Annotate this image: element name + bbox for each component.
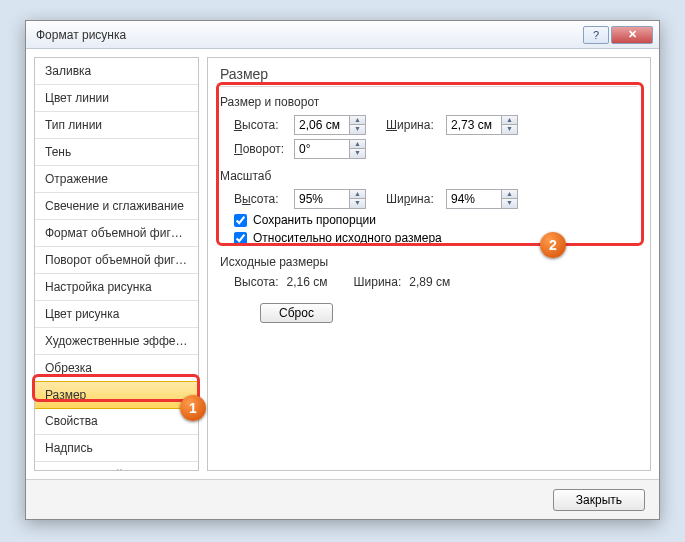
sidebar-item-3d-format[interactable]: Формат объемной фигуры: [35, 220, 198, 247]
spin-down-icon[interactable]: ▼: [502, 125, 517, 134]
sidebar-item-size[interactable]: Размер: [34, 381, 199, 409]
orig-height-value: 2,16 см: [287, 275, 328, 289]
spin-up-icon[interactable]: ▲: [350, 190, 365, 199]
footer: Закрыть: [26, 479, 659, 519]
page-title: Размер: [220, 66, 638, 82]
scale-width-input[interactable]: [447, 192, 501, 206]
dialog-body: Заливка Цвет линии Тип линии Тень Отраже…: [26, 49, 659, 479]
width-input[interactable]: [447, 118, 501, 132]
scale-height-input[interactable]: [295, 192, 349, 206]
sidebar-item-shadow[interactable]: Тень: [35, 139, 198, 166]
close-button[interactable]: Закрыть: [553, 489, 645, 511]
sidebar-item-picture-color[interactable]: Цвет рисунка: [35, 301, 198, 328]
reset-button[interactable]: Сброс: [260, 303, 333, 323]
lock-aspect-label: Сохранить пропорции: [253, 213, 376, 227]
rotation-input[interactable]: [295, 142, 349, 156]
divider: [220, 86, 638, 87]
rotation-spinner[interactable]: ▲▼: [294, 139, 366, 159]
width-spinner[interactable]: ▲▼: [446, 115, 518, 135]
height-label: Высота:: [234, 118, 288, 132]
orig-height-label: Высота:: [234, 275, 279, 289]
spin-up-icon[interactable]: ▲: [502, 190, 517, 199]
sidebar-item-picture-corrections[interactable]: Настройка рисунка: [35, 274, 198, 301]
sidebar-item-line-type[interactable]: Тип линии: [35, 112, 198, 139]
lock-aspect-checkbox[interactable]: [234, 214, 247, 227]
group-original: Исходные размеры: [220, 255, 638, 269]
height-input[interactable]: [295, 118, 349, 132]
scale-height-label: Высота:: [234, 192, 288, 206]
spin-down-icon[interactable]: ▼: [350, 125, 365, 134]
rotation-label: Поворот:: [234, 142, 288, 156]
spin-up-icon[interactable]: ▲: [350, 116, 365, 125]
spin-down-icon[interactable]: ▼: [502, 199, 517, 208]
height-spinner[interactable]: ▲▼: [294, 115, 366, 135]
relative-original-checkbox[interactable]: [234, 232, 247, 245]
sidebar-item-crop[interactable]: Обрезка: [35, 355, 198, 382]
group-size-rotate: Размер и поворот: [220, 95, 638, 109]
sidebar: Заливка Цвет линии Тип линии Тень Отраже…: [34, 57, 199, 471]
sidebar-item-fill[interactable]: Заливка: [35, 58, 198, 85]
window-title: Формат рисунка: [36, 28, 581, 42]
annotation-badge-1: 1: [180, 395, 206, 421]
help-button[interactable]: ?: [583, 26, 609, 44]
sidebar-item-textbox[interactable]: Надпись: [35, 435, 198, 462]
sidebar-item-properties[interactable]: Свойства: [35, 408, 198, 435]
scale-width-spinner[interactable]: ▲▼: [446, 189, 518, 209]
spin-up-icon[interactable]: ▲: [350, 140, 365, 149]
spin-up-icon[interactable]: ▲: [502, 116, 517, 125]
sidebar-item-line-color[interactable]: Цвет линии: [35, 85, 198, 112]
sidebar-item-artistic-effects[interactable]: Художественные эффекты: [35, 328, 198, 355]
scale-height-spinner[interactable]: ▲▼: [294, 189, 366, 209]
orig-width-label: Ширина:: [354, 275, 402, 289]
format-picture-dialog: Формат рисунка ? ✕ Заливка Цвет линии Ти…: [25, 20, 660, 520]
sidebar-item-3d-rotation[interactable]: Поворот объемной фигуры: [35, 247, 198, 274]
relative-original-label: Относительно исходного размера: [253, 231, 442, 245]
annotation-badge-2: 2: [540, 232, 566, 258]
spin-down-icon[interactable]: ▼: [350, 199, 365, 208]
titlebar: Формат рисунка ? ✕: [26, 21, 659, 49]
group-scale: Масштаб: [220, 169, 638, 183]
sidebar-item-reflection[interactable]: Отражение: [35, 166, 198, 193]
sidebar-item-alt-text[interactable]: Замещающий текст: [35, 462, 198, 471]
content-pane: Размер Размер и поворот Высота: ▲▼ Ширин…: [207, 57, 651, 471]
spin-down-icon[interactable]: ▼: [350, 149, 365, 158]
width-label: Ширина:: [386, 118, 440, 132]
scale-width-label: Ширина:: [386, 192, 440, 206]
sidebar-item-glow[interactable]: Свечение и сглаживание: [35, 193, 198, 220]
window-close-button[interactable]: ✕: [611, 26, 653, 44]
orig-width-value: 2,89 см: [409, 275, 450, 289]
